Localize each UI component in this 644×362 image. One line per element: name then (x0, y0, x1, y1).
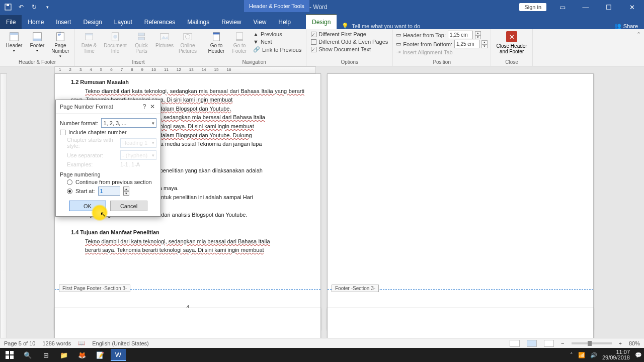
header-top-input[interactable]: 1,25 cm (448, 31, 473, 39)
footer-bottom-icon: ▭ (396, 41, 401, 47)
footer-section-tag-right: Footer -Section 3- (332, 285, 379, 292)
ok-button[interactable]: OK (69, 201, 106, 211)
zoom-level[interactable]: 80% (629, 340, 640, 346)
examples-value: 1-1, 1-A (120, 161, 140, 167)
ribbon-display-icon[interactable]: ▭ (555, 0, 570, 14)
tab-home[interactable]: Home (22, 15, 50, 29)
volume-icon[interactable]: 🔊 (590, 352, 597, 358)
previous-button[interactable]: ▲Previous (252, 31, 303, 38)
zoom-in-button[interactable]: + (619, 340, 622, 346)
page-right[interactable]: Footer -Section 3- (327, 73, 594, 330)
zoom-slider[interactable] (572, 342, 612, 344)
footer-bottom-spinner[interactable]: ▴▾ (481, 40, 488, 48)
dialog-help-button[interactable]: ? (140, 103, 148, 110)
status-language[interactable]: English (United States) (92, 340, 149, 346)
redo-icon[interactable]: ↻ (30, 3, 38, 11)
web-layout-icon[interactable] (544, 340, 554, 347)
different-first-page-checkbox[interactable]: Different First Page (309, 31, 389, 38)
chapter-style-combobox: Heading 1▾ (120, 138, 156, 148)
notepad-icon[interactable]: 📝 (93, 349, 108, 361)
close-x-icon: ✕ (506, 31, 517, 42)
title-bar: ↶ ↻ ▾ SKRIPSI _ Belum Jadi - Word Sign i… (0, 0, 644, 14)
online-pictures-button: Online Pictures (177, 30, 199, 54)
quick-parts-button: Quick Parts (130, 30, 152, 54)
notifications-icon[interactable]: 💬 (635, 352, 642, 358)
show-document-text-checkbox[interactable]: Show Document Text (309, 46, 389, 53)
tab-help[interactable]: Help (272, 15, 297, 29)
ribbon-tabs: File Home Insert Design Layout Reference… (0, 14, 644, 29)
word-icon[interactable]: W (111, 349, 126, 361)
tab-review[interactable]: Review (215, 15, 247, 29)
svg-rect-19 (213, 33, 220, 35)
system-tray[interactable]: ˄ 📶 🔊 11:0729/09/2018 💬 (570, 349, 642, 360)
footer-section-tag-left: First Page Footer -Section 3- (59, 285, 130, 292)
svg-rect-24 (6, 355, 9, 359)
footer-button[interactable]: Footer▾ (26, 30, 48, 53)
undo-icon[interactable]: ↶ (17, 3, 25, 11)
task-view-icon[interactable]: ⊞ (38, 349, 53, 361)
tab-view[interactable]: View (248, 15, 273, 29)
number-format-label: Number format: (60, 120, 98, 126)
tab-hf-design[interactable]: Design (306, 15, 337, 29)
start-at-spinner[interactable]: ▴▾ (123, 187, 129, 196)
minimize-button[interactable]: — (579, 0, 593, 14)
status-words[interactable]: 1286 words (42, 340, 71, 346)
maximize-button[interactable]: ☐ (602, 0, 616, 14)
start-at-radio[interactable]: Start at: 1 ▴▾ (60, 187, 156, 196)
dialog-close-button[interactable]: ✕ (148, 103, 156, 110)
share-button[interactable]: 👥 Share (608, 23, 644, 29)
cancel-button[interactable]: Cancel (110, 201, 147, 211)
separator-label: Use separator: (67, 152, 117, 158)
print-layout-icon[interactable] (527, 340, 537, 347)
tab-insert[interactable]: Insert (50, 15, 77, 29)
svg-rect-13 (138, 37, 145, 40)
tab-mailings[interactable]: Mailings (181, 15, 215, 29)
network-icon[interactable]: 📶 (578, 352, 585, 358)
page-number-button[interactable]: #Page Number▾ (49, 30, 71, 58)
header-button[interactable]: Header▾ (3, 30, 25, 53)
qat-customize-icon[interactable]: ▾ (43, 3, 51, 11)
tray-chevron-icon[interactable]: ˄ (570, 352, 573, 358)
save-icon[interactable] (4, 3, 12, 11)
share-icon: 👥 (614, 23, 621, 29)
proofing-icon[interactable]: 📖 (78, 340, 85, 346)
checkbox-icon (311, 39, 316, 45)
link-previous-button[interactable]: 🔗Link to Previous (252, 46, 303, 53)
heading-1-2: 1.2 Rumusan Masalah (71, 78, 304, 87)
tab-layout[interactable]: Layout (108, 15, 138, 29)
read-mode-icon[interactable] (510, 340, 520, 347)
zoom-out-button[interactable]: − (561, 340, 564, 346)
tell-me-search[interactable]: 💡 Tell me what you want to do (342, 23, 420, 29)
goto-footer-button: Go to Footer (228, 30, 251, 54)
number-format-combobox[interactable]: 1, 2, 3, ...▾ (101, 118, 156, 128)
header-top-spinner[interactable]: ▴▾ (475, 31, 481, 39)
checkbox-icon (60, 130, 65, 135)
close-window-button[interactable]: ✕ (625, 0, 639, 14)
clock[interactable]: 11:0729/09/2018 (602, 349, 630, 360)
file-explorer-icon[interactable]: 📁 (56, 349, 71, 361)
svg-rect-1 (7, 4, 9, 6)
continue-radio[interactable]: Continue from previous section (60, 179, 156, 185)
radio-selected-icon (67, 189, 72, 194)
search-icon[interactable]: 🔍 (20, 349, 35, 361)
tab-file[interactable]: File (0, 15, 22, 29)
tab-design[interactable]: Design (77, 15, 108, 29)
goto-header-button[interactable]: Go to Header (205, 30, 227, 54)
status-page[interactable]: Page 5 of 10 (4, 340, 35, 346)
group-options: Options (309, 59, 389, 66)
collapse-ribbon-icon[interactable]: ⌃ (636, 31, 641, 38)
start-at-input[interactable]: 1 (98, 187, 120, 196)
footer-bottom-input[interactable]: 1,25 cm (454, 40, 479, 48)
close-header-footer-button[interactable]: ✕ Close Header and Footer (494, 30, 529, 54)
next-button[interactable]: ▼Next (252, 38, 303, 45)
windows-taskbar: 🔍 ⊞ 📁 🦊 📝 W ˄ 📶 🔊 11:0729/09/2018 💬 (0, 348, 644, 362)
different-odd-even-checkbox[interactable]: Different Odd & Even Pages (309, 38, 389, 45)
next-icon: ▼ (253, 39, 259, 45)
checkbox-checked-icon (311, 47, 316, 52)
include-chapter-checkbox[interactable]: Include chapter number (60, 129, 156, 135)
start-button[interactable] (2, 349, 17, 361)
tab-references[interactable]: References (138, 15, 181, 29)
link-icon: 🔗 (253, 46, 260, 53)
firefox-icon[interactable]: 🦊 (74, 349, 90, 361)
sign-in-button[interactable]: Sign in (519, 3, 546, 11)
